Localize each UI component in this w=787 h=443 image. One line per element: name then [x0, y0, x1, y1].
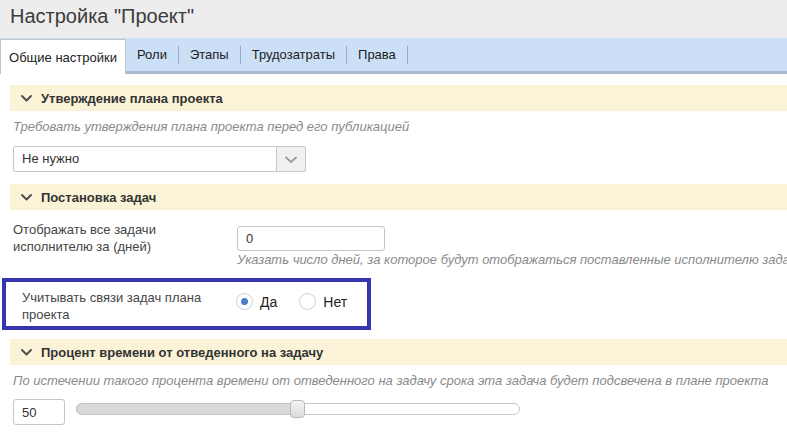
- section-header-task-setting[interactable]: Постановка задач: [10, 184, 787, 210]
- task-links-radio-group: Да Нет: [236, 293, 369, 310]
- section-title: Постановка задач: [41, 190, 156, 205]
- radio-no-label: Нет: [323, 294, 347, 310]
- section-header-plan-approval[interactable]: Утверждение плана проекта: [10, 85, 787, 111]
- page-title: Настройка "Проект": [10, 5, 194, 28]
- radio-selected-icon[interactable]: [236, 293, 253, 310]
- highlighted-task-links-row: Учитывать связи задач плана проекта Да Н…: [2, 278, 371, 330]
- slider-fill: [76, 403, 298, 415]
- tab-stages[interactable]: Этапы: [179, 38, 240, 71]
- tab-rights[interactable]: Права: [347, 38, 407, 71]
- plan-approval-select[interactable]: Не нужно: [13, 146, 306, 172]
- radio-option-no[interactable]: Нет: [299, 293, 347, 310]
- days-hint: Указать число дней, за которое будут ото…: [237, 252, 787, 267]
- task-links-label: Учитывать связи задач плана проекта: [22, 289, 227, 323]
- radio-option-yes[interactable]: Да: [236, 293, 277, 310]
- percent-slider[interactable]: [76, 399, 520, 419]
- tab-divider: [407, 46, 408, 64]
- chevron-down-icon: [285, 152, 297, 167]
- chevron-down-icon: [21, 194, 32, 201]
- section-title: Утверждение плана проекта: [41, 91, 223, 106]
- plan-approval-hint: Требовать утверждения плана проекта пере…: [13, 119, 409, 134]
- select-value[interactable]: Не нужно: [13, 146, 277, 172]
- select-arrow-button[interactable]: [276, 146, 306, 172]
- slider-handle[interactable]: [290, 400, 305, 418]
- percent-input[interactable]: [13, 399, 65, 425]
- page-header-band: Настройка "Проект": [0, 0, 787, 38]
- tab-labor-costs[interactable]: Трудозатраты: [241, 38, 346, 71]
- radio-unselected-icon[interactable]: [299, 293, 316, 310]
- tab-roles[interactable]: Роли: [126, 38, 178, 71]
- time-percent-hint: По истечении такого процента времени от …: [13, 373, 768, 388]
- section-title: Процент времени от отведенного на задачу: [41, 345, 323, 360]
- chevron-down-icon: [21, 349, 32, 356]
- days-input[interactable]: [237, 226, 385, 251]
- section-header-time-percent[interactable]: Процент времени от отведенного на задачу: [10, 339, 787, 365]
- radio-dot: [241, 298, 248, 305]
- radio-yes-label: Да: [260, 294, 277, 310]
- chevron-down-icon: [21, 95, 32, 102]
- days-field-label: Отображать все задачи исполнителю за (дн…: [13, 221, 228, 255]
- tab-general-settings-active[interactable]: Общие настройки: [0, 39, 126, 74]
